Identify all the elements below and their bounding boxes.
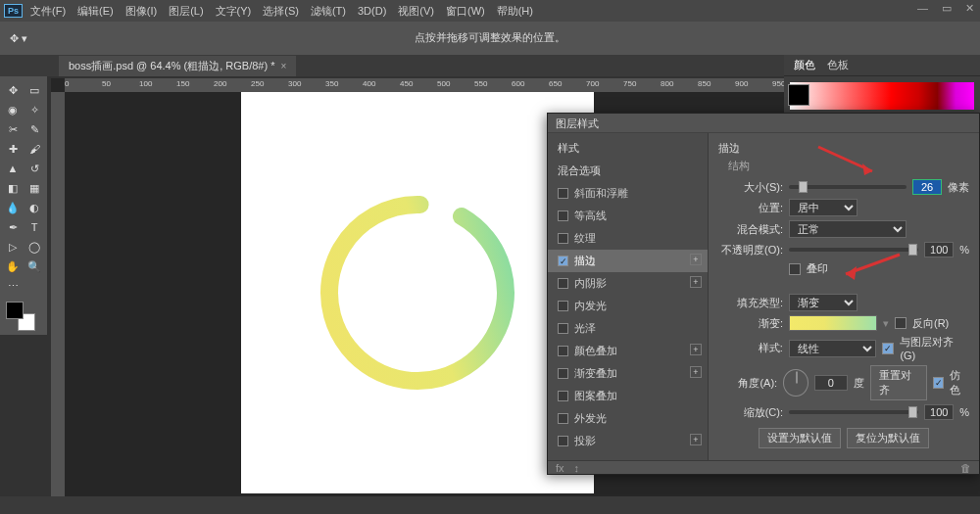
type-tool[interactable]: T (24, 217, 45, 237)
dialog-title: 图层样式 (548, 114, 979, 133)
history-brush-tool[interactable]: ↺ (24, 159, 45, 178)
fx-icon[interactable]: fx (556, 462, 564, 474)
fx-checkbox[interactable] (558, 346, 568, 356)
opacity-slider[interactable] (789, 248, 918, 252)
fx-checkbox[interactable] (558, 233, 568, 244)
document-tab[interactable]: boss插画.psd @ 64.4% (粗描边, RGB/8#) * × (59, 56, 296, 76)
canvas[interactable] (241, 92, 594, 493)
dodge-tool[interactable]: ◐ (24, 198, 45, 217)
fx-item-11[interactable]: 投影+ (548, 430, 708, 452)
align-checkbox[interactable] (882, 343, 894, 354)
fx-checkbox[interactable] (558, 323, 568, 334)
fx-item-7[interactable]: 颜色叠加+ (548, 340, 708, 362)
menu-3d[interactable]: 3D(D) (354, 2, 390, 20)
shape-tool[interactable]: ◯ (24, 237, 45, 257)
pen-tool[interactable]: ✒ (2, 217, 24, 237)
dither-checkbox[interactable] (933, 377, 944, 389)
size-input[interactable] (912, 179, 942, 195)
size-slider[interactable] (789, 185, 906, 189)
fx-checkbox[interactable] (558, 413, 568, 424)
fx-item-2[interactable]: 纹理 (548, 227, 708, 250)
plus-icon[interactable]: + (690, 254, 702, 265)
plus-icon[interactable]: + (690, 434, 702, 445)
fx-checkbox[interactable] (558, 188, 568, 199)
blend-options[interactable]: 混合选项 (548, 160, 708, 182)
path-tool[interactable]: ▷ (2, 237, 24, 257)
fx-checkbox[interactable] (558, 256, 568, 266)
fx-checkbox[interactable] (558, 391, 568, 401)
angle-input[interactable] (814, 375, 848, 391)
eraser-tool[interactable]: ◧ (2, 178, 24, 198)
footer-up-icon[interactable]: ↕ (574, 462, 580, 474)
trash-icon[interactable]: 🗑 (960, 462, 971, 474)
hand-tool[interactable]: ✋ (2, 257, 24, 276)
more-tools[interactable]: ⋯ (2, 276, 24, 296)
stamp-tool[interactable]: ▲ (2, 159, 24, 178)
fx-item-10[interactable]: 外发光 (548, 407, 708, 430)
color-tab[interactable]: 颜色 (794, 58, 815, 72)
fx-checkbox[interactable] (558, 368, 568, 379)
menu-layer[interactable]: 图层(L) (165, 1, 207, 22)
color-spectrum[interactable] (790, 82, 974, 110)
fx-checkbox[interactable] (558, 210, 568, 221)
menu-select[interactable]: 选择(S) (259, 1, 303, 22)
fx-item-4[interactable]: 内阴影+ (548, 272, 708, 295)
position-select[interactable]: 居中 (789, 199, 858, 216)
set-default-button[interactable]: 设置为默认值 (759, 428, 841, 448)
crop-tool[interactable]: ✂ (2, 119, 24, 139)
zoom-tool[interactable]: 🔍 (24, 257, 45, 276)
overprint-checkbox[interactable] (789, 263, 801, 275)
color-chip[interactable] (788, 84, 809, 106)
wand-tool[interactable]: ✧ (24, 100, 45, 119)
menu-edit[interactable]: 编辑(E) (74, 1, 118, 22)
reverse-checkbox[interactable] (895, 317, 906, 329)
style-select[interactable]: 线性 (789, 340, 877, 357)
plus-icon[interactable]: + (690, 276, 702, 288)
heal-tool[interactable]: ✚ (2, 139, 24, 159)
status-bar (0, 496, 980, 514)
menu-type[interactable]: 文字(Y) (212, 1, 256, 22)
menu-file[interactable]: 文件(F) (26, 1, 70, 22)
foreground-color[interactable] (6, 302, 24, 319)
marquee-tool[interactable]: ▭ (24, 80, 45, 100)
fx-item-3[interactable]: 描边+ (548, 250, 708, 272)
blur-tool[interactable]: 💧 (2, 198, 24, 217)
fill-type-select[interactable]: 渐变 (789, 294, 858, 311)
window-minimize-icon[interactable]: — (917, 2, 928, 15)
menu-image[interactable]: 图像(I) (122, 1, 161, 22)
angle-dial[interactable] (783, 369, 808, 397)
fx-item-8[interactable]: 渐变叠加+ (548, 362, 708, 385)
plus-icon[interactable]: + (690, 344, 702, 355)
lasso-tool[interactable]: ◉ (2, 100, 24, 119)
fx-item-6[interactable]: 光泽 (548, 317, 708, 340)
swatches-tab[interactable]: 色板 (827, 58, 849, 72)
scale-slider[interactable] (789, 410, 918, 414)
fx-checkbox[interactable] (558, 301, 568, 311)
menu-window[interactable]: 窗口(W) (442, 1, 489, 22)
opacity-input[interactable] (924, 242, 954, 257)
reset-align-button[interactable]: 重置对齐 (870, 365, 927, 400)
fx-item-1[interactable]: 等高线 (548, 205, 708, 227)
fx-item-0[interactable]: 斜面和浮雕 (548, 182, 708, 205)
styles-header[interactable]: 样式 (548, 137, 708, 160)
scale-input[interactable] (924, 404, 954, 420)
plus-icon[interactable]: + (690, 366, 702, 378)
gradient-preview[interactable] (789, 315, 877, 331)
window-close-icon[interactable]: ✕ (965, 2, 974, 15)
fx-checkbox[interactable] (558, 436, 568, 446)
menu-help[interactable]: 帮助(H) (493, 1, 537, 22)
fx-item-9[interactable]: 图案叠加 (548, 385, 708, 407)
fx-checkbox[interactable] (558, 278, 568, 289)
brush-tool[interactable]: 🖌 (24, 139, 45, 159)
eyedropper-tool[interactable]: ✎ (24, 119, 45, 139)
menu-filter[interactable]: 滤镜(T) (307, 1, 350, 22)
fg-bg-swatch[interactable] (6, 302, 35, 331)
blend-mode-select[interactable]: 正常 (789, 220, 906, 238)
move-tool[interactable]: ✥ (2, 80, 24, 100)
fx-item-5[interactable]: 内发光 (548, 295, 708, 317)
window-restore-icon[interactable]: ▭ (942, 2, 952, 15)
menu-view[interactable]: 视图(V) (394, 1, 438, 22)
gradient-tool[interactable]: ▦ (24, 178, 45, 198)
reset-default-button[interactable]: 复位为默认值 (847, 428, 929, 448)
tab-close-icon[interactable]: × (280, 61, 286, 71)
